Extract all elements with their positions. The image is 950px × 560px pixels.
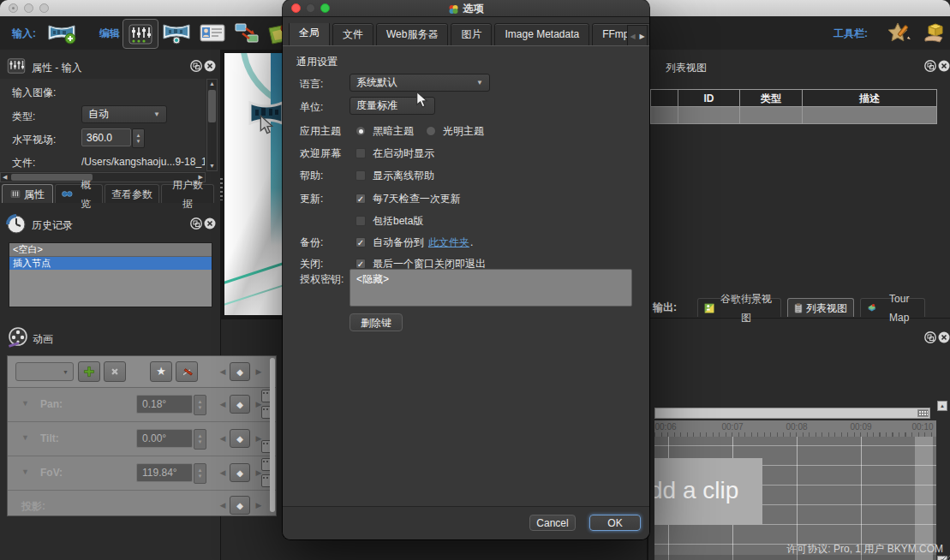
keyframe-toggle-button[interactable]: ◆ [230, 496, 250, 515]
expand-icon[interactable]: ▼ [21, 399, 29, 408]
dark-theme-radio[interactable] [356, 126, 366, 136]
ruler-tick: 00:07 [721, 422, 743, 432]
language-select[interactable]: 系统默认▼ [350, 74, 490, 92]
output-publish-button[interactable] [917, 19, 950, 47]
expand-icon[interactable]: ▼ [21, 468, 29, 476]
tab-scroll-right-icon[interactable]: ▶ [639, 33, 644, 40]
delete-key-button[interactable]: 删除键 [350, 313, 403, 331]
window-zoom-button[interactable] [39, 3, 49, 13]
tilt-value-input[interactable]: 0.00° [136, 429, 193, 448]
tab-tour-map[interactable]: Tour Map [860, 298, 925, 317]
tab-user-data[interactable]: 用户数据 [161, 184, 214, 203]
expand-icon[interactable]: ▼ [21, 433, 29, 442]
scroll-thumb[interactable] [208, 90, 216, 122]
close-panel-icon[interactable] [204, 60, 216, 72]
float-panel-icon[interactable] [190, 60, 202, 72]
timeline-ruler[interactable]: 00:06 00:07 00:08 00:09 00:10 [654, 420, 936, 437]
ok-button[interactable]: OK [589, 515, 641, 531]
fov-stepper[interactable]: ▲▼ [132, 128, 145, 148]
star-keyframe-button[interactable]: ★ [150, 361, 172, 382]
float-panel-icon[interactable] [924, 60, 936, 72]
tab-image-metadata[interactable]: Image Metadata [494, 23, 589, 46]
add-keyframe-button[interactable] [78, 361, 100, 382]
resize-grip[interactable] [942, 556, 950, 560]
column-header-id[interactable]: ID [678, 90, 740, 106]
properties-vscrollbar[interactable]: ▲ ▼ [206, 79, 218, 171]
keyframe-toggle-button[interactable]: ◆ [230, 429, 250, 448]
close-panel-icon[interactable] [204, 217, 216, 229]
tools-button[interactable] [176, 361, 198, 382]
prev-keyframe-icon[interactable]: ◀ [218, 434, 227, 443]
pan-value-input[interactable]: 0.18° [136, 395, 193, 414]
prev-keyframe-icon[interactable]: ◀ [218, 468, 227, 477]
fov-stepper[interactable]: ▲▼ [194, 463, 206, 484]
tab-overview[interactable]: 概览 [55, 184, 103, 203]
tilt-stepper[interactable]: ▲▼ [194, 429, 206, 450]
next-keyframe-icon[interactable]: ▶ [254, 367, 263, 376]
float-panel-icon[interactable] [924, 331, 936, 343]
history-item[interactable]: <空白> [9, 243, 212, 257]
timeline-zoombar[interactable] [654, 408, 930, 419]
timeline-clip[interactable]: dd a clip [654, 458, 762, 525]
tour-tool-button[interactable] [230, 19, 264, 47]
pan-stepper[interactable]: ▲▼ [194, 395, 206, 415]
scroll-up-icon[interactable]: ▲ [937, 401, 947, 411]
table-row[interactable] [651, 107, 936, 123]
animation-vscrollbar[interactable] [270, 358, 275, 512]
light-theme-radio[interactable] [426, 126, 436, 136]
type-select[interactable]: 自动▼ [81, 105, 167, 123]
scroll-left-icon[interactable]: ◀ [3, 174, 7, 181]
keyframe-toggle-button[interactable]: ◆ [230, 362, 250, 381]
viewer-tool-button[interactable] [159, 19, 194, 47]
dialog-close-button[interactable] [291, 3, 301, 13]
fov-input[interactable]: 360.0 [81, 128, 131, 146]
include-beta-checkbox[interactable] [356, 216, 366, 226]
tab-list-view[interactable]: 列表视图 [787, 298, 854, 317]
add-input-button[interactable] [45, 19, 79, 47]
timeline-grid-button[interactable] [917, 409, 929, 417]
dialog-minimize-button[interactable] [306, 3, 315, 13]
tab-google-streetview[interactable]: 谷歌街景视图 [697, 298, 781, 317]
keyframe-toggle-button[interactable]: ◆ [230, 395, 250, 414]
properties-tool-button[interactable] [122, 19, 158, 49]
tab-scroll-left-icon[interactable]: ◀ [630, 33, 635, 40]
tab-global[interactable]: 全局 [289, 23, 330, 46]
tab-webserver[interactable]: Web服务器 [376, 23, 448, 46]
column-header-blank[interactable] [651, 90, 678, 106]
viewport[interactable] [220, 50, 284, 319]
window-minimize-button[interactable] [24, 3, 33, 13]
tab-properties[interactable]: 属性 [2, 184, 53, 203]
fov-value-input[interactable]: 119.84° [136, 463, 193, 482]
quit-on-close-checkbox[interactable]: ✓ [356, 259, 366, 269]
prev-keyframe-icon[interactable]: ◀ [218, 367, 227, 376]
cancel-button[interactable]: Cancel [529, 515, 576, 531]
scroll-up-icon[interactable]: ▲ [207, 80, 217, 88]
window-close-button[interactable] [9, 3, 18, 13]
animation-preset-select[interactable]: ▼ [15, 362, 74, 381]
prev-keyframe-icon[interactable]: ◀ [218, 501, 227, 509]
check-updates-checkbox[interactable]: ✓ [356, 194, 366, 204]
welcome-checkbox[interactable] [356, 148, 366, 158]
tab-images[interactable]: 图片 [451, 23, 492, 46]
history-item-selected[interactable]: 插入节点 [9, 257, 212, 270]
next-keyframe-icon[interactable]: ▶ [254, 501, 263, 509]
splitter-handle[interactable] [220, 178, 223, 200]
license-key-textarea[interactable]: <隐藏> [350, 269, 632, 307]
tab-files[interactable]: 文件 [332, 23, 373, 46]
close-panel-icon[interactable] [938, 331, 950, 343]
backup-folder-link[interactable]: 此文件夹 [428, 235, 469, 250]
offline-help-checkbox[interactable] [356, 170, 366, 181]
float-panel-icon[interactable] [190, 217, 202, 229]
column-header-type[interactable]: 类型 [740, 90, 803, 106]
skin-editor-button[interactable] [882, 19, 917, 47]
dialog-zoom-button[interactable] [320, 3, 330, 13]
tab-view-params[interactable]: 查看参数 [105, 184, 159, 203]
prev-keyframe-icon[interactable]: ◀ [218, 400, 227, 408]
column-header-desc[interactable]: 描述 [803, 90, 936, 106]
user-data-tool-button[interactable] [195, 19, 230, 47]
auto-backup-checkbox[interactable]: ✓ [356, 237, 366, 247]
delete-keyframe-button[interactable] [104, 361, 126, 382]
close-panel-icon[interactable] [938, 60, 950, 72]
keyframe-toggle-button[interactable]: ◆ [230, 463, 250, 482]
scroll-down-icon[interactable]: ▼ [207, 162, 217, 170]
